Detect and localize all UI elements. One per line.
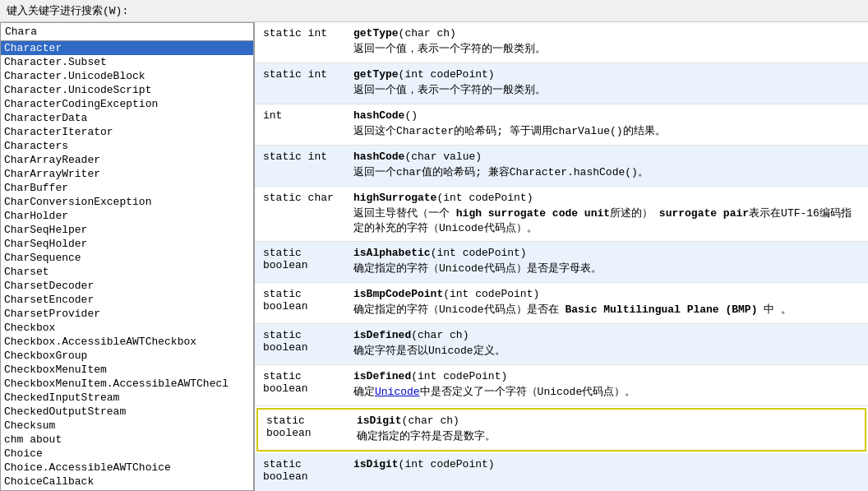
method-description: 返回一个值，表示一个字符的一般类别。 xyxy=(353,42,860,57)
class-list-item[interactable]: Checkbox xyxy=(1,321,253,335)
method-name[interactable]: highSurrogate xyxy=(353,192,436,204)
class-list-item[interactable]: CharacterData xyxy=(1,111,253,125)
method-signature[interactable]: getType(char ch) xyxy=(353,27,860,39)
class-list-item[interactable]: chm about xyxy=(1,433,253,447)
class-list-item[interactable]: Character.UnicodeScript xyxy=(1,83,253,97)
method-modifiers: static int xyxy=(263,27,353,39)
main-layout: CharacterCharacter.SubsetCharacter.Unico… xyxy=(0,22,868,491)
class-list-item[interactable]: ChoiceCallback xyxy=(1,475,253,489)
method-name[interactable]: isDefined xyxy=(353,329,411,341)
method-name[interactable]: hashCode xyxy=(353,109,404,122)
method-row: static booleanisBmpCodePoint(int codePoi… xyxy=(255,283,868,324)
method-name[interactable]: isDigit xyxy=(357,415,402,427)
method-name[interactable]: isAlphabetic xyxy=(353,247,431,259)
class-list-item[interactable]: Charset xyxy=(1,265,253,279)
right-panel[interactable]: static intgetType(char ch)返回一个值，表示一个字符的一… xyxy=(255,22,868,491)
method-signature-col: isDigit(char ch)确定指定的字符是否是数字。 xyxy=(357,415,856,444)
method-modifiers: static boolean xyxy=(266,415,357,439)
method-description: 确定指定的字符是否是数字。 xyxy=(357,429,856,444)
method-row: static booleanisDefined(int codePoint)确定… xyxy=(255,365,868,406)
class-list-item[interactable]: CharsetDecoder xyxy=(1,279,253,293)
method-row: static inthashCode(char value)返回一个char值的… xyxy=(255,146,868,187)
class-list-item[interactable]: CharsetEncoder xyxy=(1,293,253,307)
method-description: 返回主导替代（一个 high surrogate code unit所述的） s… xyxy=(353,206,860,236)
method-description: 返回这个Character的哈希码; 等于调用charValue()的结果。 xyxy=(353,124,860,139)
class-list-item[interactable]: CharSeqHelper xyxy=(1,223,253,237)
class-list-item[interactable]: CharHolder xyxy=(1,209,253,223)
method-modifiers: int xyxy=(263,109,353,122)
method-modifiers: static boolean xyxy=(263,370,353,395)
method-signature-col: isAlphabetic(int codePoint)确定指定的字符（Unico… xyxy=(353,247,860,276)
class-list-item[interactable]: CharConversionException xyxy=(1,195,253,209)
method-row: static booleanisDigit(int codePoint) xyxy=(255,453,868,491)
method-signature-col: isDefined(int codePoint)确定Unicode中是否定义了一… xyxy=(353,370,860,400)
method-signature-col: isBmpCodePoint(int codePoint)确定指定的字符（Uni… xyxy=(353,288,860,317)
method-signature-col: highSurrogate(int codePoint)返回主导替代（一个 hi… xyxy=(353,192,860,236)
top-bar-text: 键入关键字进行搜索(W): xyxy=(7,5,128,17)
method-signature[interactable]: isDigit(int codePoint) xyxy=(353,458,860,470)
method-modifiers: static char xyxy=(263,192,353,204)
method-signature-col: hashCode(char value)返回一个char值的哈希码; 兼容Cha… xyxy=(353,151,860,180)
method-signature-col: getType(char ch)返回一个值，表示一个字符的一般类别。 xyxy=(353,27,860,57)
method-name[interactable]: hashCode xyxy=(353,151,404,163)
unicode-link[interactable]: Unicode xyxy=(375,386,420,398)
left-panel: CharacterCharacter.SubsetCharacter.Unico… xyxy=(0,22,255,491)
class-list-item[interactable]: CharSequence xyxy=(1,251,253,265)
method-name[interactable]: getType xyxy=(353,68,399,81)
class-list-item[interactable]: Characters xyxy=(1,139,253,153)
method-row: static charhighSurrogate(int codePoint)返… xyxy=(255,187,868,242)
class-list-item[interactable]: Character xyxy=(1,41,253,55)
search-input[interactable] xyxy=(0,22,254,41)
class-list-item[interactable]: Checksum xyxy=(1,419,253,433)
method-signature[interactable]: hashCode(char value) xyxy=(353,151,860,163)
method-modifiers: static int xyxy=(263,151,353,163)
method-modifiers: static boolean xyxy=(263,288,353,313)
method-row: static booleanisDigit(char ch)确定指定的字符是否是… xyxy=(256,408,866,451)
method-row: static booleanisDefined(char ch)确定字符是否以U… xyxy=(255,324,868,365)
method-modifiers: static boolean xyxy=(263,458,353,483)
class-list-item[interactable]: CharSeqHolder xyxy=(1,237,253,251)
class-list-item[interactable]: Choice.AccessibleAWTChoice xyxy=(1,461,253,475)
class-list-item[interactable]: CheckedOutputStream xyxy=(1,405,253,419)
class-list-item[interactable]: CheckboxMenuItem xyxy=(1,363,253,377)
method-row: static intgetType(char ch)返回一个值，表示一个字符的一… xyxy=(255,22,868,63)
class-list-item[interactable]: Choice xyxy=(1,447,253,461)
class-list-container[interactable]: CharacterCharacter.SubsetCharacter.Unico… xyxy=(0,41,254,491)
class-list-item[interactable]: CheckboxGroup xyxy=(1,349,253,363)
class-list-item[interactable]: Character.UnicodeBlock xyxy=(1,69,253,83)
method-signature[interactable]: isDefined(int codePoint) xyxy=(353,370,860,382)
class-list-item[interactable]: CharacterCodingException xyxy=(1,97,253,111)
method-signature-col: isDigit(int codePoint) xyxy=(353,458,860,473)
class-list-item[interactable]: CharacterIterator xyxy=(1,125,253,139)
method-description: 返回一个char值的哈希码; 兼容Character.hashCode()。 xyxy=(353,165,860,180)
class-list-item[interactable]: CharArrayReader xyxy=(1,153,253,167)
method-signature[interactable]: isDigit(char ch) xyxy=(357,415,856,427)
method-signature[interactable]: isAlphabetic(int codePoint) xyxy=(353,247,860,259)
method-description: 确定指定的字符（Unicode代码点）是否是字母表。 xyxy=(353,262,860,276)
method-description: 确定字符是否以Unicode定义。 xyxy=(353,344,860,359)
method-row: inthashCode()返回这个Character的哈希码; 等于调用char… xyxy=(255,104,868,146)
method-row: static booleanisAlphabetic(int codePoint… xyxy=(255,242,868,283)
class-list-item[interactable]: CharsetProvider xyxy=(1,307,253,321)
class-list: CharacterCharacter.SubsetCharacter.Unico… xyxy=(1,41,253,491)
method-signature-col: getType(int codePoint)返回一个值，表示一个字符的一般类别。 xyxy=(353,68,860,98)
method-description: 返回一个值，表示一个字符的一般类别。 xyxy=(353,83,860,98)
method-signature[interactable]: highSurrogate(int codePoint) xyxy=(353,192,860,204)
method-signature[interactable]: isDefined(char ch) xyxy=(353,329,860,341)
method-name[interactable]: getType xyxy=(353,27,399,39)
class-list-item[interactable]: Character.Subset xyxy=(1,55,253,69)
method-modifiers: static int xyxy=(263,68,353,81)
method-row: static intgetType(int codePoint)返回一个值，表示… xyxy=(255,63,868,104)
method-modifiers: static boolean xyxy=(263,247,353,271)
method-name[interactable]: isDefined xyxy=(353,370,411,382)
class-list-item[interactable]: Checkbox.AccessibleAWTCheckbox xyxy=(1,335,253,349)
class-list-item[interactable]: CheckboxMenuItem.AccessibleAWTChecl xyxy=(1,377,253,391)
method-signature[interactable]: isBmpCodePoint(int codePoint) xyxy=(353,288,860,300)
class-list-item[interactable]: CharBuffer xyxy=(1,181,253,195)
method-name[interactable]: isBmpCodePoint xyxy=(353,288,443,300)
class-list-item[interactable]: CharArrayWriter xyxy=(1,167,253,181)
method-signature[interactable]: getType(int codePoint) xyxy=(353,68,860,81)
method-name[interactable]: isDigit xyxy=(353,458,399,470)
class-list-item[interactable]: CheckedInputStream xyxy=(1,391,253,405)
method-signature[interactable]: hashCode() xyxy=(353,109,860,122)
